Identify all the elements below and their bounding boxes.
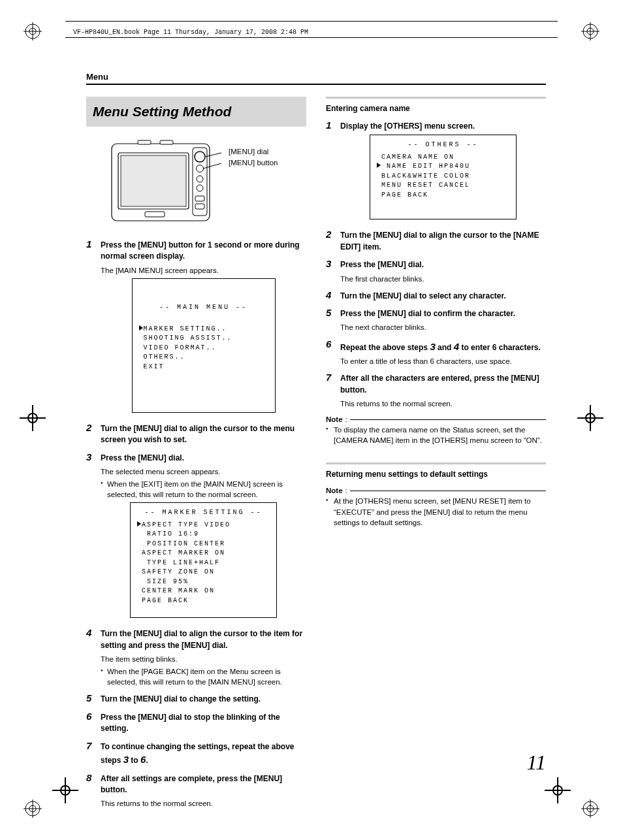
step-head: Press the [MENU] dial. [340, 259, 546, 270]
rstep-5: Press the [MENU] dial to confirm the cha… [326, 308, 546, 332]
rstep-4: Turn the [MENU] dial to select any chara… [326, 291, 546, 302]
step-bullet: When the [PAGE BACK] item on the Menu sc… [101, 666, 306, 687]
step-head: To continue changing the settings, repea… [101, 741, 306, 767]
rstep-3: Press the [MENU] dial. The first charact… [326, 259, 546, 283]
crop-cross-icon [545, 777, 571, 803]
step-8: After all settings are complete, press t… [86, 773, 306, 809]
note-body: At the [OTHERS] menu screen, set [MENU R… [326, 496, 546, 527]
section-rule [86, 84, 546, 85]
step-head: Turn the [MENU] dial to align the cursor… [340, 230, 546, 253]
step-1: Press the [MENU] button for 1 second or … [86, 240, 306, 413]
subsection-heading: Returning menu settings to default setti… [326, 470, 546, 479]
rstep-1: Display the [OTHERS] menu screen. -- OTH… [326, 121, 546, 219]
step-5: Turn the [MENU] dial to change the setti… [86, 694, 306, 705]
note-heading: Note: [326, 487, 546, 494]
svg-point-25 [197, 185, 203, 191]
step-7: To continue changing the settings, repea… [86, 741, 306, 767]
subsection-heading: Entering camera name [326, 104, 546, 113]
step-head: Turn the [MENU] dial to select any chara… [340, 291, 546, 302]
right-steps: Display the [OTHERS] menu screen. -- OTH… [326, 121, 546, 409]
step-body: The first character blinks. [340, 274, 546, 284]
doc-path: VF-HP840U_EN.book Page 11 Thursday, Janu… [73, 29, 308, 36]
step-body: The next character blinks. [340, 322, 546, 332]
svg-rect-27 [195, 204, 204, 209]
crop-mark-icon [24, 800, 42, 818]
step-body: The selected menu screen appears. [101, 466, 306, 477]
step-body: The [MAIN MENU] screen appears. [101, 265, 306, 276]
step-head: After all the characters are entered, pr… [340, 373, 546, 396]
rstep-7: After all the characters are entered, pr… [326, 373, 546, 409]
step-2: Turn the [MENU] dial to align the cursor… [86, 423, 306, 446]
crop-mark-icon [581, 22, 599, 40]
device-illustration: [MENU] dial [MENU] button [109, 138, 306, 227]
svg-point-24 [197, 176, 203, 182]
svg-point-23 [197, 165, 204, 172]
step-head: Press the [MENU] dial to confirm the cha… [340, 308, 546, 319]
step-head: Press the [MENU] dial to stop the blinki… [101, 712, 306, 735]
left-column: Menu Setting Method [86, 97, 306, 816]
crop-mark-icon [581, 800, 599, 818]
svg-rect-26 [195, 196, 204, 201]
title-block: Menu Setting Method [86, 97, 306, 127]
step-head: Turn the [MENU] dial to align the cursor… [101, 628, 306, 651]
step-body: To enter a title of less than 6 characte… [340, 356, 546, 366]
svg-rect-28 [145, 212, 165, 217]
step-body: The item setting blinks. [101, 654, 306, 664]
subsection-rule [326, 462, 546, 464]
note-heading: Note: [326, 415, 546, 423]
step-head: Press the [MENU] button for 1 second or … [101, 240, 306, 263]
left-steps: Press the [MENU] button for 1 second or … [86, 240, 306, 809]
step-head: Press the [MENU] dial. [101, 453, 306, 464]
osd-marker-setting: -- MARKER SETTING --ASPECT TYPE VIDEO RA… [130, 502, 277, 618]
rstep-2: Turn the [MENU] dial to align the cursor… [326, 230, 546, 253]
section-label: Menu [86, 72, 546, 82]
note-body: To display the camera name on the Status… [326, 425, 546, 445]
svg-rect-19 [138, 140, 151, 144]
crop-mark-icon [24, 22, 42, 40]
svg-rect-20 [160, 140, 173, 144]
step-head: Display the [OTHERS] menu screen. [340, 121, 546, 132]
svg-point-22 [195, 152, 205, 162]
svg-rect-18 [121, 155, 186, 206]
page-number: 11 [526, 751, 546, 775]
crop-cross-icon [20, 405, 46, 431]
osd-others: -- OTHERS --CAMERA NAME ON NAME EDIT HP8… [370, 135, 517, 219]
step-4: Turn the [MENU] dial to align the cursor… [86, 628, 306, 687]
step-body: This returns to the normal screen. [101, 798, 306, 809]
right-column: Entering camera name Display the [OTHERS… [326, 97, 546, 816]
crop-cross-icon [52, 777, 78, 803]
step-head: Turn the [MENU] dial to change the setti… [101, 694, 306, 705]
osd-main-menu: -- MAIN MENU -- MARKER SETTING.. SHOOTIN… [132, 278, 276, 413]
page-content: Menu Menu Setting Method [86, 72, 546, 775]
step-head: Turn the [MENU] dial to align the cursor… [101, 423, 306, 446]
step-3: Press the [MENU] dial. The selected menu… [86, 453, 306, 619]
rstep-6: Repeat the above steps 3 and 4 to enter … [326, 340, 546, 367]
crop-cross-icon [577, 405, 603, 431]
subsection-rule [326, 97, 546, 99]
callout-menu-button: [MENU] button [229, 157, 278, 169]
osd-title: -- MAIN MENU -- [139, 303, 268, 313]
step-6: Press the [MENU] dial to stop the blinki… [86, 712, 306, 735]
step-head: After all settings are complete, press t… [101, 773, 306, 796]
step-bullet: When the [EXIT] item on the [MAIN MENU] … [101, 479, 306, 500]
page-title: Menu Setting Method [93, 104, 231, 120]
step-body: This returns to the normal screen. [340, 398, 546, 409]
callout-menu-dial: [MENU] dial [229, 146, 278, 157]
step-head: Repeat the above steps 3 and 4 to enter … [340, 340, 546, 354]
